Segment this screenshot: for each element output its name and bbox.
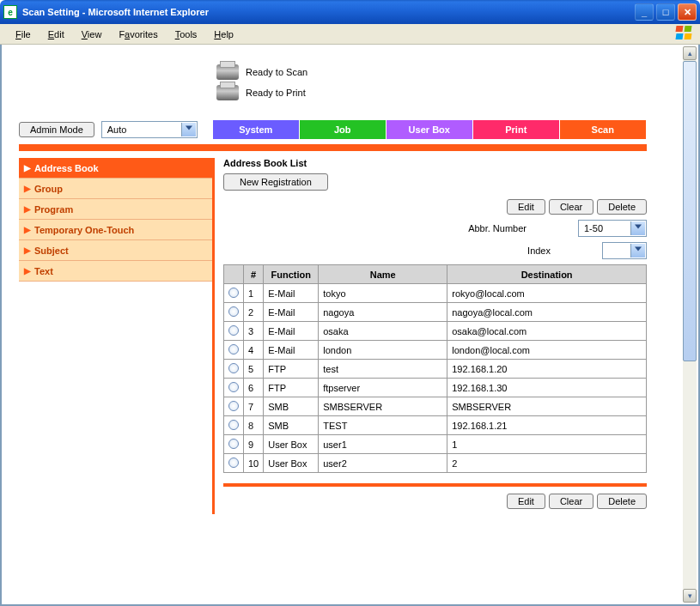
cell-select <box>224 303 244 322</box>
menu-edit[interactable]: Edit <box>40 27 73 41</box>
cell-name: SMBSERVER <box>319 397 447 416</box>
nav-tab-job[interactable]: Job <box>300 120 387 139</box>
row-radio[interactable] <box>228 401 239 411</box>
sidebar-item-subject[interactable]: ▶Subject <box>19 240 212 261</box>
cell-number: 10 <box>244 454 264 473</box>
cell-destination: 1 <box>447 435 647 454</box>
cell-function: E-Mail <box>264 341 319 360</box>
sidebar-item-temporary-one-touch[interactable]: ▶Temporary One-Touch <box>19 220 212 240</box>
print-status-text: Ready to Print <box>246 88 306 98</box>
cell-function: SMB <box>264 416 319 435</box>
chevron-down-icon <box>186 126 192 134</box>
cell-destination: nagoya@local.com <box>447 303 647 322</box>
delete-button-bottom[interactable]: Delete <box>597 494 647 509</box>
cell-function: SMB <box>264 397 319 416</box>
admin-mode-button[interactable]: Admin Mode <box>19 122 94 137</box>
cell-destination: 192.168.1.20 <box>447 360 647 379</box>
nav-tab-print[interactable]: Print <box>473 120 560 139</box>
row-radio[interactable] <box>228 325 239 336</box>
table-row: 9User Boxuser11 <box>224 435 647 454</box>
separator-bar <box>223 483 647 487</box>
cell-number: 6 <box>244 379 264 397</box>
menu-file[interactable]: File <box>7 27 40 41</box>
sidebar-item-label: Program <box>34 204 73 215</box>
window-close-button[interactable]: ✕ <box>678 3 697 21</box>
triangle-icon: ▶ <box>24 245 31 255</box>
menu-view[interactable]: View <box>73 27 111 41</box>
sidebar-item-address-book[interactable]: ▶Address Book <box>19 158 212 179</box>
cell-function: User Box <box>264 454 319 473</box>
cell-name: test <box>319 360 447 379</box>
nav-tab-user-box[interactable]: User Box <box>387 120 473 139</box>
sidebar-item-group[interactable]: ▶Group <box>19 179 212 199</box>
clear-button-top[interactable]: Clear <box>549 199 593 215</box>
windows-logo-icon <box>676 26 693 41</box>
col-name: Name <box>319 265 447 284</box>
menu-edit-label: dit <box>54 29 64 39</box>
new-registration-button[interactable]: New Registration <box>223 173 328 191</box>
menu-favorites-label: vorites <box>130 29 157 39</box>
row-radio[interactable] <box>228 382 239 392</box>
abbr-number-value: 1-50 <box>584 223 603 233</box>
nav-tab-scan[interactable]: Scan <box>560 120 647 139</box>
vertical-scrollbar[interactable]: ▴ ▾ <box>683 46 697 603</box>
row-radio[interactable] <box>228 439 239 449</box>
cell-name: london <box>319 341 447 360</box>
row-radio[interactable] <box>228 288 239 298</box>
window-maximize-button[interactable]: □ <box>656 3 675 21</box>
cell-name: TEST <box>319 416 447 435</box>
sidebar-item-label: Text <box>34 266 53 276</box>
triangle-icon: ▶ <box>24 163 31 173</box>
window-minimize-button[interactable]: _ <box>635 3 654 21</box>
col-number: # <box>244 265 264 284</box>
sidebar: ▶Address Book▶Group▶Program▶Temporary On… <box>19 158 215 514</box>
index-select[interactable] <box>602 242 647 259</box>
mode-select-value: Auto <box>107 124 127 135</box>
printer-icon <box>216 85 239 100</box>
table-row: 6FTPftpserver192.168.1.30 <box>224 379 647 397</box>
abbr-number-select[interactable]: 1-50 <box>578 220 647 237</box>
sidebar-item-text[interactable]: ▶Text <box>19 261 212 282</box>
cell-select <box>224 284 244 303</box>
table-row: 2E-Mailnagoyanagoya@local.com <box>224 303 647 322</box>
sidebar-item-label: Group <box>34 184 63 194</box>
mode-select[interactable]: Auto <box>101 121 198 138</box>
col-destination: Destination <box>447 265 647 284</box>
nav-tab-system[interactable]: System <box>213 120 300 139</box>
edit-button-top[interactable]: Edit <box>507 199 545 215</box>
scroll-down-button[interactable]: ▾ <box>683 589 697 603</box>
sidebar-item-program[interactable]: ▶Program <box>19 199 212 220</box>
row-radio[interactable] <box>228 458 239 468</box>
row-radio[interactable] <box>228 363 239 373</box>
menu-tools[interactable]: Tools <box>167 27 206 41</box>
cell-function: E-Mail <box>264 303 319 322</box>
cell-number: 9 <box>244 435 264 454</box>
row-radio[interactable] <box>228 344 239 355</box>
cell-destination: 2 <box>447 454 647 473</box>
menu-favorites[interactable]: Favorites <box>110 27 166 41</box>
cell-destination: osaka@local.com <box>447 322 647 341</box>
cell-function: E-Mail <box>264 284 319 303</box>
row-radio[interactable] <box>228 306 239 317</box>
scroll-thumb[interactable] <box>683 61 697 361</box>
cell-select <box>224 454 244 473</box>
triangle-icon: ▶ <box>24 204 31 214</box>
delete-button-top[interactable]: Delete <box>597 199 647 215</box>
row-radio[interactable] <box>228 420 239 430</box>
cell-select <box>224 360 244 379</box>
table-row: 3E-Mailosakaosaka@local.com <box>224 322 647 341</box>
cell-function: FTP <box>264 360 319 379</box>
clear-button-bottom[interactable]: Clear <box>549 494 593 509</box>
menu-help[interactable]: Help <box>205 27 242 41</box>
menu-bar: File Edit View Favorites Tools Help <box>0 24 700 45</box>
cell-number: 4 <box>244 341 264 360</box>
scroll-up-button[interactable]: ▴ <box>683 46 697 60</box>
cell-number: 1 <box>244 284 264 303</box>
table-row: 7SMBSMBSERVERSMBSERVER <box>224 397 647 416</box>
cell-select <box>224 341 244 360</box>
edit-button-bottom[interactable]: Edit <box>507 494 545 509</box>
cell-name: ftpserver <box>319 379 447 397</box>
cell-select <box>224 435 244 454</box>
triangle-icon: ▶ <box>24 266 31 276</box>
index-label: Index <box>527 245 551 256</box>
